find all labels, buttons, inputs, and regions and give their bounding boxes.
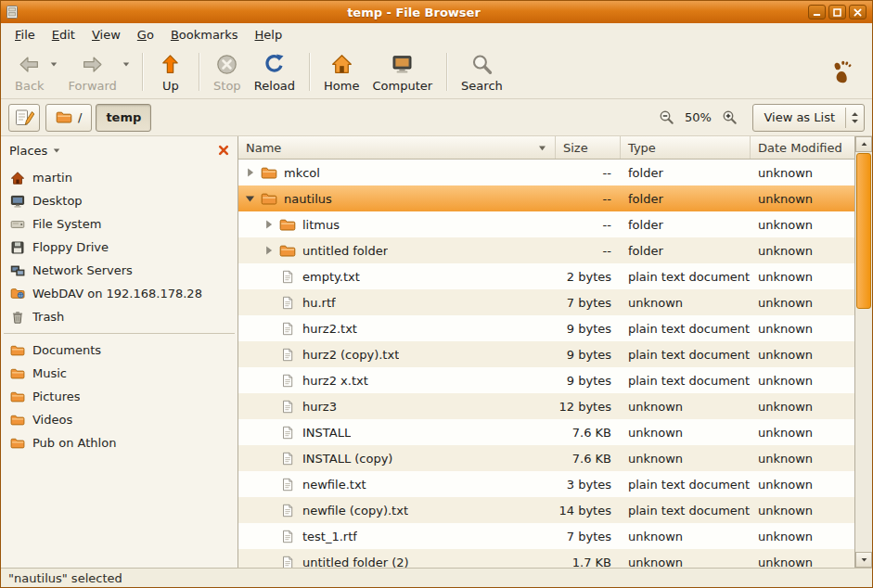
minimize-button[interactable] (808, 5, 826, 19)
up-icon (159, 53, 182, 76)
name-cell: empty.txt (238, 270, 556, 284)
titlebar[interactable]: temp - File Browser (1, 1, 872, 23)
trash-icon (10, 310, 25, 325)
view-mode-label: View as List (753, 110, 845, 124)
folder-icon (10, 390, 25, 404)
size-cell: 7 bytes (556, 530, 621, 543)
type-cell: folder (621, 192, 751, 206)
file-row-mkcol[interactable]: mkcol--folderunknown (238, 160, 854, 185)
path-button-root[interactable]: / (45, 104, 92, 132)
scroll-up-icon (860, 140, 868, 148)
column-header-name[interactable]: Name (238, 136, 556, 159)
expander-spacer (262, 452, 276, 465)
sidebar-item-webdav-on-192-168-178-28[interactable]: WebDAV on 192.168.178.28 (1, 282, 238, 305)
folder-icon (279, 244, 296, 258)
zoom-out-button[interactable] (655, 107, 677, 129)
scroll-up-button[interactable] (855, 136, 872, 152)
name-cell: untitled folder (2) (238, 556, 556, 569)
file-row-empty-txt[interactable]: empty.txt2 bytesplain text documentunkno… (238, 263, 854, 289)
places-selector[interactable]: Places (9, 144, 47, 158)
stop-icon (215, 53, 238, 76)
menu-go[interactable]: Go (129, 25, 162, 45)
menu-edit[interactable]: Edit (44, 25, 83, 45)
file-row-newfile-txt[interactable]: newfile.txt3 bytesplain text documentunk… (238, 471, 854, 497)
computer-button[interactable]: Computer (366, 49, 439, 95)
type-cell: folder (621, 244, 751, 258)
expander-icon[interactable] (262, 244, 276, 257)
menu-bookmarks[interactable]: Bookmarks (162, 25, 247, 45)
search-button[interactable]: Search (455, 49, 509, 95)
search-label: Search (461, 79, 503, 93)
sidebar-item-file-system[interactable]: File System (1, 212, 238, 236)
home-button[interactable]: Home (317, 49, 366, 95)
modified-cell: unknown (751, 426, 854, 440)
file-row-untitled-folder-2[interactable]: untitled folder (2)1.7 KBunknownunknown (238, 549, 854, 568)
file-row-hu-rtf[interactable]: hu.rtf7 bytesunknownunknown (238, 289, 854, 315)
reload-button[interactable]: Reload (248, 49, 302, 95)
zoom-out-icon (659, 109, 674, 125)
sidebar-item-pictures[interactable]: Pictures (1, 385, 238, 408)
maximize-button[interactable] (828, 5, 846, 19)
size-cell: -- (556, 166, 621, 180)
close-button[interactable] (849, 5, 867, 19)
edit-location-button[interactable] (8, 104, 40, 132)
file-row-nautilus[interactable]: nautilus--folderunknown (238, 185, 854, 211)
file-row-test-1-rtf[interactable]: test_1.rtf7 bytesunknownunknown (238, 523, 854, 549)
view-mode-select[interactable]: View as List (752, 104, 865, 132)
sidebar-item-floppy-drive[interactable]: Floppy Drive (1, 236, 238, 259)
zoom-in-button[interactable] (718, 107, 740, 129)
scroll-track[interactable] (855, 152, 872, 552)
column-header-type[interactable]: Type (621, 136, 751, 159)
sidebar-item-videos[interactable]: Videos (1, 408, 238, 431)
computer-label: Computer (372, 79, 432, 93)
sidebar-close-button[interactable] (214, 141, 233, 160)
file-icon (279, 478, 296, 492)
vertical-scrollbar[interactable] (854, 136, 872, 568)
name-cell: litmus (238, 218, 556, 232)
file-row-hurz2-x-txt[interactable]: hurz2 x.txt9 bytesplain text documentunk… (238, 367, 854, 393)
expander-icon[interactable] (262, 218, 276, 231)
file-row-install-copy[interactable]: INSTALL (copy)7.6 KBunknownunknown (238, 445, 854, 471)
sidebar-item-network-servers[interactable]: Network Servers (1, 259, 238, 282)
column-header-date-modified[interactable]: Date Modified (751, 136, 854, 159)
folder-icon (10, 343, 25, 358)
zoom-in-icon (722, 109, 738, 125)
file-row-hurz2-txt[interactable]: hurz2.txt9 bytesplain text documentunkno… (238, 315, 854, 341)
modified-cell: unknown (751, 192, 854, 206)
file-row-untitled-folder[interactable]: untitled folder--folderunknown (238, 237, 854, 263)
expander-icon[interactable] (243, 192, 257, 205)
location-bar: /temp 50% View as List (1, 99, 872, 136)
file-row-install[interactable]: INSTALL7.6 KBunknownunknown (238, 419, 854, 445)
sidebar-item-music[interactable]: Music (1, 362, 238, 385)
menu-file[interactable]: File (6, 25, 44, 45)
up-button[interactable]: Up (150, 49, 191, 95)
folder-icon (279, 218, 296, 232)
file-row-hurz2-copy-txt[interactable]: hurz2 (copy).txt9 bytesplain text docume… (238, 341, 854, 367)
sidebar-item-martin[interactable]: martin (1, 166, 238, 189)
folder-icon (261, 192, 277, 206)
expander-spacer (262, 530, 276, 543)
sidebar-item-desktop[interactable]: Desktop (1, 189, 238, 212)
expander-spacer (262, 478, 276, 491)
expander-icon[interactable] (243, 166, 257, 179)
chevron-down-icon (48, 59, 59, 69)
file-row-hurz3[interactable]: hurz312 bytesunknownunknown (238, 393, 854, 419)
menu-help[interactable]: Help (247, 25, 291, 45)
file-row-newfile-copy-txt[interactable]: newfile (copy).txt14 bytesplain text doc… (238, 497, 854, 523)
modified-cell: unknown (751, 348, 854, 362)
scroll-down-button[interactable] (855, 552, 872, 568)
folder-icon (261, 166, 277, 180)
menu-view[interactable]: View (83, 25, 129, 45)
file-row-litmus[interactable]: litmus--folderunknown (238, 211, 854, 237)
scroll-thumb[interactable] (856, 153, 871, 309)
sidebar-item-trash[interactable]: Trash (1, 305, 238, 328)
modified-cell: unknown (751, 296, 854, 310)
column-header-size[interactable]: Size (556, 136, 621, 159)
type-cell: plain text document (621, 322, 751, 336)
close-icon (853, 7, 863, 18)
sidebar-item-pub-on-athlon[interactable]: Pub on Athlon (1, 431, 238, 454)
expander-spacer (262, 296, 276, 309)
path-button-temp[interactable]: temp (96, 104, 151, 132)
type-cell: plain text document (621, 374, 751, 388)
sidebar-item-documents[interactable]: Documents (1, 339, 238, 362)
